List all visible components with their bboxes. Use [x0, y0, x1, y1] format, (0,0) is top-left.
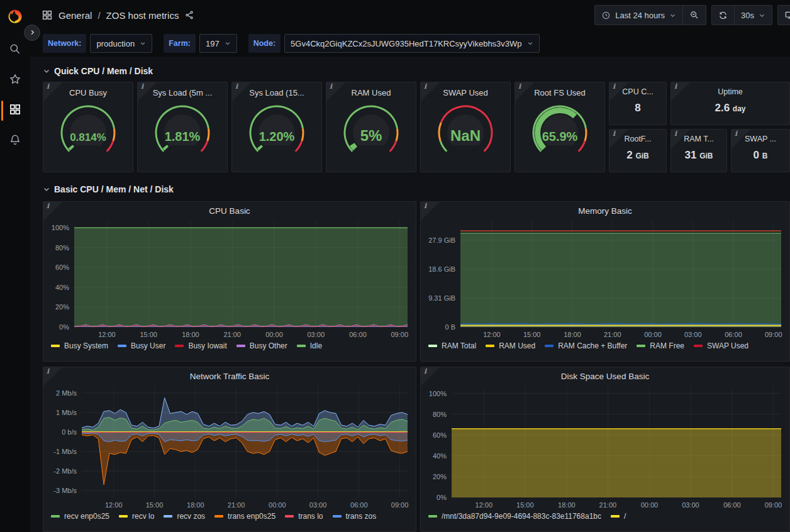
panel-title[interactable]: Sys Load (5m ...	[153, 88, 213, 97]
chart-legend: RAM TotalRAM UsedRAM Cache + BufferRAM F…	[421, 341, 789, 350]
svg-text:00:00: 00:00	[644, 331, 662, 338]
legend-item[interactable]: /	[611, 512, 626, 521]
panel-title[interactable]: RAM T...	[684, 135, 714, 143]
legend-label: recv zos	[177, 512, 205, 521]
legend-item[interactable]: recv enp0s25	[51, 512, 109, 521]
refresh-button[interactable]	[712, 6, 734, 25]
legend-item[interactable]: Idle	[297, 341, 322, 350]
panel-info-icon[interactable]: i	[515, 82, 534, 101]
legend-item[interactable]: Busy Other	[236, 341, 287, 350]
zoom-out-time-button[interactable]	[682, 6, 706, 25]
grafana-logo[interactable]	[7, 9, 23, 28]
chart-canvas[interactable]: 2 Mb/s1 Mb/s0 b/s-1 Mb/s-2 Mb/s-3 Mb/s12…	[45, 382, 414, 511]
panel-info-icon[interactable]: i	[671, 82, 690, 101]
panel-title[interactable]: Uptime	[718, 87, 743, 96]
sidebar-item-dashboards[interactable]	[0, 96, 30, 126]
zoom-out-icon	[689, 10, 699, 20]
legend-item[interactable]: recv zos	[164, 512, 205, 521]
legend-item[interactable]: Busy User	[118, 341, 165, 350]
panel-info-icon[interactable]: i	[326, 82, 345, 101]
legend-swatch	[486, 345, 494, 347]
stat-panel-cpu-cores: iCPU C...8	[609, 82, 667, 125]
legend-item[interactable]: trans zos	[333, 512, 377, 521]
breadcrumb-section[interactable]: General	[58, 10, 92, 21]
chart-canvas[interactable]: 0%20%40%60%80%100%12:0015:0018:0021:0000…	[45, 216, 414, 341]
gauge-visualization: NaN	[430, 101, 501, 155]
legend-item[interactable]: Busy Iowait	[175, 341, 226, 350]
panel-title[interactable]: Disk Space Used Basic	[421, 372, 789, 381]
chevron-down-icon	[527, 40, 533, 47]
variable-value-dropdown[interactable]: 197	[199, 34, 237, 53]
sidebar-item-starred[interactable]	[0, 65, 30, 96]
legend-item[interactable]: RAM Total	[428, 341, 476, 350]
row-toggle-quick[interactable]: Quick CPU / Mem / Disk	[43, 63, 790, 79]
svg-text:60%: 60%	[55, 263, 69, 271]
sidebar-item-alerting[interactable]	[0, 126, 30, 156]
legend-item[interactable]: /mnt/3da87d94-9e09-4694-883c-83e11768a1b…	[428, 512, 601, 521]
legend-item[interactable]: RAM Free	[637, 341, 684, 350]
top-navigation: General / ZOS host metrics Last 24 hours	[30, 0, 790, 30]
panel-title[interactable]: Root FS Used	[534, 88, 586, 97]
stat-number: 2.6	[715, 102, 730, 114]
refresh-interval-dropdown[interactable]: 30s	[734, 6, 772, 25]
clock-icon	[601, 11, 611, 20]
charts-grid: i CPU Basic 0%20%40%60%80%100%12:0015:00…	[43, 201, 790, 532]
panel-title[interactable]: CPU Busy	[69, 88, 107, 97]
variable-value-dropdown[interactable]: 5Gv4Ckq2GiqKZCx2sJUWG935HedT17KRCsyyVike…	[284, 34, 540, 53]
panel-title[interactable]: RootF...	[624, 135, 651, 143]
gauge-value: 5%	[360, 127, 382, 144]
panel-title[interactable]: Memory Basic	[421, 206, 789, 216]
share-dashboard-icon[interactable]	[184, 10, 194, 20]
legend-item[interactable]: recv lo	[119, 512, 154, 521]
variable-label: Farm:	[164, 34, 196, 53]
panel-title[interactable]: Sys Load (15...	[249, 88, 304, 97]
gauge-panel-swap-used: iSWAP UsedNaN	[420, 82, 511, 172]
panel-info-icon[interactable]: i	[421, 82, 440, 101]
refresh-interval-label: 30s	[741, 11, 754, 20]
gauge-panel-sys-load-5m: iSys Load (5m ...1.81%	[137, 82, 228, 172]
svg-text:-3 Mb/s: -3 Mb/s	[53, 487, 77, 494]
panel-info-icon[interactable]: i	[43, 82, 62, 101]
gauge-visualization: 5%	[336, 101, 406, 155]
panel-title[interactable]: RAM Used	[352, 88, 391, 97]
variable-value-dropdown[interactable]: production	[90, 34, 152, 53]
svg-text:18:00: 18:00	[564, 331, 581, 338]
svg-text:18:00: 18:00	[558, 501, 576, 509]
time-range-picker-button[interactable]: Last 24 hours	[595, 6, 682, 25]
panel-info-icon[interactable]: i	[232, 82, 251, 101]
svg-text:12:00: 12:00	[483, 331, 501, 338]
chevron-down-icon	[43, 186, 50, 193]
svg-text:-1 Mb/s: -1 Mb/s	[53, 448, 77, 455]
svg-text:00:00: 00:00	[641, 501, 659, 509]
legend-swatch	[51, 345, 60, 347]
breadcrumb-separator: /	[97, 10, 100, 21]
gauge-panel-cpu-busy: iCPU Busy0.814%	[43, 82, 133, 172]
row-toggle-basic[interactable]: Basic CPU / Mem / Net / Disk	[43, 181, 790, 197]
sidebar-expand-button[interactable]	[24, 25, 40, 41]
page-title[interactable]: ZOS host metrics	[106, 10, 179, 21]
legend-label: RAM Used	[499, 341, 535, 350]
panel-title[interactable]: SWAP ...	[745, 135, 776, 143]
panel-title[interactable]: SWAP Used	[443, 88, 488, 97]
svg-text:80%: 80%	[433, 411, 447, 418]
panel-disk-space-used-basic: i Disk Space Used Basic 0%20%40%60%80%10…	[420, 367, 790, 532]
chart-canvas[interactable]: 0%20%40%60%80%100%12:0015:0018:0021:0000…	[423, 382, 787, 511]
kiosk-mode-button[interactable]	[778, 6, 790, 25]
panel-title[interactable]: Network Traffic Basic	[43, 372, 416, 381]
legend-item[interactable]: trans enp0s25	[214, 512, 275, 521]
stat-value: 2.6 day	[715, 102, 745, 114]
legend-item[interactable]: SWAP Used	[694, 341, 748, 350]
legend-swatch	[611, 515, 620, 518]
legend-item[interactable]: RAM Used	[486, 341, 535, 350]
sidebar-item-search[interactable]	[0, 35, 30, 65]
panel-title[interactable]: CPU Basic	[43, 206, 416, 216]
legend-item[interactable]: RAM Cache + Buffer	[545, 341, 627, 350]
legend-item[interactable]: Busy System	[51, 341, 108, 350]
panel-title[interactable]: CPU C...	[622, 87, 653, 96]
stat-panel-ram-total: iRAM T...31 GiB	[670, 129, 727, 172]
gauge-visualization: 1.20%	[242, 101, 312, 155]
refresh-icon	[718, 11, 728, 20]
chart-canvas[interactable]: 0 B9.31 GiB18.6 GiB27.9 GiB12:0015:0018:…	[423, 216, 787, 341]
legend-item[interactable]: trans lo	[285, 512, 323, 521]
gauge-value: 1.81%	[165, 130, 201, 143]
